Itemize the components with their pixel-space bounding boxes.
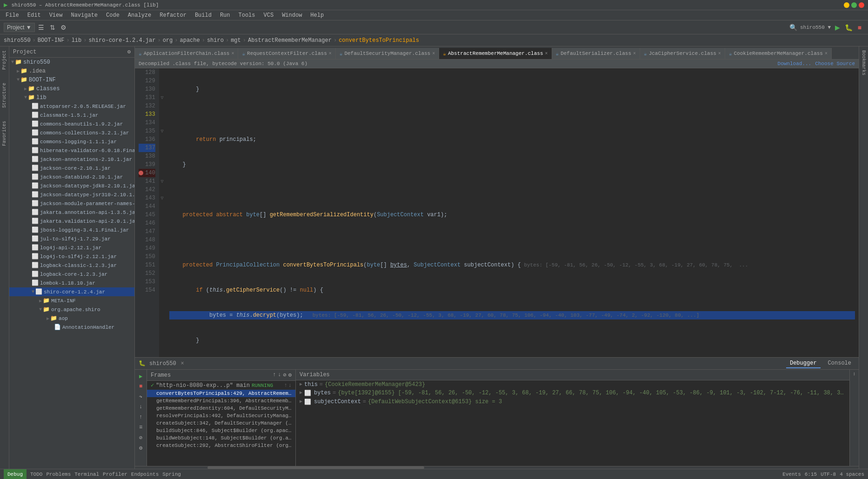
menu-window[interactable]: Window [278,11,306,20]
frames-up-btn[interactable]: ↑ [273,372,276,379]
toolbar-settings-btn[interactable]: ⚙ [59,23,68,32]
status-problems[interactable]: Problems [46,472,71,477]
tab-jca-cipher[interactable]: ☕ JcaCipherService.class × [640,48,725,59]
side-right-label[interactable]: Bookmarks [860,48,867,77]
tree-classmate[interactable]: ⬜classmate-1.5.1.jar [9,111,134,120]
code-editor[interactable]: 128 129 130 131 132 133 134 135 136 137 … [135,68,859,357]
toolbar-sort-btn[interactable]: ⇅ [48,23,57,32]
frame-0[interactable]: convertBytesToPrincipals:429, AbstractRe… [147,390,295,397]
side-label-project[interactable]: Project [1,48,8,72]
tree-jul-slf4j[interactable]: ⬜jul-to-slf4j-1.7.29.jar [9,234,134,243]
status-events[interactable]: Events [782,472,801,477]
breadcrumb-apache[interactable]: apache [180,37,200,44]
debug-step-out-btn[interactable]: ↑ [136,412,146,422]
breadcrumb-mgt[interactable]: mgt [231,37,241,44]
vars-scroll-up[interactable]: ↕ [853,372,855,377]
breadcrumb-shiro550[interactable]: shiro550 [4,37,31,44]
tree-commons-collections[interactable]: ⬜commons-collections-3.2.1.jar [9,128,134,137]
toolbar-stop-btn[interactable]: ■ [855,23,864,32]
menu-edit[interactable]: Edit [24,11,45,20]
tree-jackson-jsr310[interactable]: ⬜jackson-datatype-jsr310-2.10.1.jar [9,190,134,199]
tree-jakarta-validation[interactable]: ⬜jakarta.validation-api-2.0.1.jar [9,217,134,226]
var-subject-expand[interactable]: ▶ [300,399,302,404]
tree-attoparser[interactable]: ⬜attoparser-2.0.5.RELEASE.jar [9,102,134,111]
tab-close-5[interactable]: × [718,51,721,56]
tree-commons-beanutils[interactable]: ⬜commons-beanutils-1.9.2.jar [9,120,134,128]
status-terminal[interactable]: Terminal [74,472,99,477]
tab-close-0[interactable]: × [231,51,234,56]
tab-close-4[interactable]: × [633,51,636,56]
download-link[interactable]: Download... [778,61,812,67]
debug-tab-console[interactable]: Console [824,359,855,368]
breadcrumb-shiro[interactable]: shiro [207,37,224,44]
var-bytes-expand[interactable]: ▶ [300,390,302,395]
breadcrumb-lib[interactable]: lib [72,37,82,44]
status-endpoints[interactable]: Endpoints [131,472,159,477]
tab-close-6[interactable]: × [825,51,828,56]
var-subject-context[interactable]: ▶ ⬜ subjectContext = {DefaultWebSubjectC… [296,398,849,406]
tree-meta-inf[interactable]: ▶📁META-INF [9,296,134,305]
frames-down-btn[interactable]: ↓ [278,372,281,379]
menu-file[interactable]: File [2,11,23,20]
tree-hibernate-validator[interactable]: ⬜hibernate-validator-6.0.18.Final.jar [9,146,134,155]
menu-vcs[interactable]: VCS [260,11,278,20]
tree-lib[interactable]: ▼ 📁 lib [9,93,134,102]
tree-jboss-logging[interactable]: ⬜jboss-logging-3.4.1.Final.jar [9,226,134,234]
tree-jakarta-annotation[interactable]: ⬜jakarta.annotation-api-1.3.5.jar [9,208,134,217]
tree-jackson-module[interactable]: ⬜jackson-module-parameter-names-2.10.1.j… [9,199,134,208]
debug-tab-debugger[interactable]: Debugger [786,359,821,368]
debug-settings-btn[interactable]: ⚙ [136,443,146,452]
menu-analyze[interactable]: Analyze [124,11,155,20]
tree-bootinf[interactable]: ▼ 📁 BOOT-INF [9,75,134,84]
close-button[interactable] [859,2,864,8]
status-spring[interactable]: Spring [162,472,181,477]
toolbar-structure-btn[interactable]: ☰ [37,23,46,32]
var-this[interactable]: ▶ this = {CookieRememberMeManager@5423} [296,380,849,389]
menu-tools[interactable]: Tools [235,11,259,20]
side-label-structure[interactable]: Structure [1,81,8,110]
menu-help[interactable]: Help [307,11,327,20]
var-this-expand[interactable]: ▶ [300,381,302,387]
frame-1[interactable]: getRememberedPrincipals:396, AbstractRem… [147,397,295,405]
status-debug[interactable]: Debug [4,469,27,479]
var-bytes[interactable]: ▶ ⬜ bytes = {byte[1392]@6155} [-59, -81,… [296,389,849,398]
tab-close-2[interactable]: × [432,51,435,56]
tree-aop[interactable]: ▶📁aop [9,314,134,323]
frames-filter-btn[interactable]: ⊘ [283,372,287,379]
tree-settings-icon[interactable]: ⚙ [127,48,131,55]
tab-default-serializer[interactable]: ☕ DefaultSerializer.class × [552,48,640,59]
tree-root[interactable]: ▼ 📁 shiro550 [9,58,134,67]
project-selector[interactable]: Project ▼ [4,23,35,32]
debug-stop-btn[interactable]: ■ [136,382,146,391]
breadcrumb-jar[interactable]: shiro-core-1.2.4.jar [88,37,155,44]
tree-idea[interactable]: ▶ 📁 .idea [9,67,134,75]
breadcrumb-bootinf[interactable]: BOOT-INF [38,37,65,44]
debug-step-into-btn[interactable]: ↓ [136,402,146,412]
menu-navigate[interactable]: Navigate [67,11,101,20]
frame-6[interactable]: buildWebSubject:148, Subject$Builder (or… [147,434,295,442]
tree-annotation-handler[interactable]: 📄AnnotationHandler [9,323,134,332]
breadcrumb-org[interactable]: org [163,37,173,44]
tree-jackson-core[interactable]: ⬜jackson-core-2.10.1.jar [9,164,134,173]
debug-filter-btn[interactable]: ⊘ [136,433,146,442]
thread-item[interactable]: ✓ "http-nio-8080-exp...p" main RUNNING ↑… [147,381,295,390]
debug-resume-btn[interactable]: ▶ [136,372,146,381]
menu-view[interactable]: View [46,11,67,20]
tree-log4j-api[interactable]: ⬜log4j-api-2.12.1.jar [9,243,134,252]
choose-source-link[interactable]: Choose Source [815,61,855,67]
side-label-favorites[interactable]: Favorites [1,119,8,148]
frame-2[interactable]: getRememberedIdentity:604, DefaultSecuri… [147,405,295,412]
tree-commons-logging[interactable]: ⬜commons-logging-1.1.1.jar [9,137,134,146]
tree-jackson-annotations[interactable]: ⬜jackson-annotations-2.10.1.jar [9,155,134,164]
debug-step-over-btn[interactable]: ↷ [136,392,146,401]
toolbar-debug-btn[interactable]: 🐛 [844,23,853,32]
tab-request-context[interactable]: ☕ RequestContextFilter.class × [238,48,335,59]
tab-close-1[interactable]: × [329,51,332,56]
tree-lombok[interactable]: ⬜lombok-1.18.10.jar [9,279,134,287]
frame-3[interactable]: resolvePrincipals:492, DefaultSecurityMa… [147,412,295,419]
status-todo[interactable]: TODO [30,472,42,477]
frame-5[interactable]: buildSubject:846, Subject$Builder (org.a… [147,427,295,434]
tab-abstract-remember[interactable]: ☕ AbstractRememberMeManager.class × [439,48,552,59]
toolbar-run-btn[interactable]: ▶ [833,23,842,32]
tree-classes[interactable]: ▶ 📁 classes [9,84,134,93]
